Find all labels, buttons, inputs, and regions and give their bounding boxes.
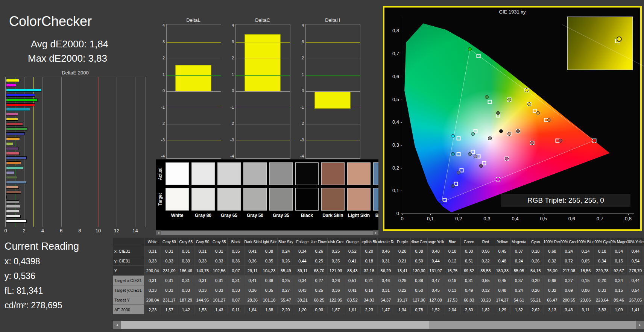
scroll-thumb[interactable] — [121, 321, 429, 329]
cie-measured-circle — [536, 111, 540, 115]
delta-chart-title: DeltaH — [305, 17, 360, 23]
table-cell: 187,29 — [178, 295, 194, 305]
table-cell: 0,47 — [428, 275, 444, 285]
table-cell: 0,68 — [544, 246, 560, 256]
table-cell: 2,23 — [361, 305, 377, 314]
deltae-bar — [6, 123, 23, 126]
table-cell: 174,37 — [494, 295, 511, 305]
patch-swatch-target[interactable] — [295, 188, 319, 211]
x-axis-tick — [628, 214, 629, 215]
table-cell: 0,33 — [178, 285, 194, 295]
patch-swatch-actual[interactable] — [373, 162, 378, 185]
table-cell: 231,09 — [161, 265, 178, 275]
table-row-label: x: CIE31 — [113, 246, 144, 256]
cie-measured-circle — [468, 152, 472, 156]
y-axis-label: 1 — [297, 72, 304, 77]
patch-swatch-target[interactable] — [321, 188, 345, 211]
patch-swatch-target[interactable] — [373, 188, 378, 211]
patch-swatch-target[interactable] — [347, 188, 371, 211]
patch-swatch-target[interactable] — [191, 188, 215, 211]
table-header-cell: 100% Green — [561, 238, 577, 246]
patch-swatch-target[interactable] — [217, 188, 241, 211]
table-cell: 0,35 — [261, 256, 278, 265]
patch-swatch-target[interactable] — [243, 188, 267, 211]
scroll-right-button[interactable]: ► — [373, 230, 378, 235]
table-cell: 54,15 — [527, 265, 544, 275]
table-cell: 0,36 — [245, 256, 261, 265]
deltae-bar — [6, 191, 21, 194]
table-cell: 18,41 — [394, 265, 411, 275]
table-cell: 0,20 — [527, 275, 544, 285]
table-cell: 23,06 — [577, 295, 594, 305]
y-axis-label: -4 — [297, 154, 304, 158]
y-axis-label: 1 — [227, 72, 234, 77]
table-cell: 0,33 — [211, 256, 228, 265]
table-cell: 0,07 — [228, 295, 244, 305]
table-cell: 217,08 — [561, 265, 577, 275]
table-cell: 0,24 — [511, 285, 527, 295]
table-cell: 0,14 — [577, 246, 594, 256]
patch-swatch-actual[interactable] — [191, 162, 215, 185]
grid-line — [306, 91, 360, 92]
table-cell: 3,13 — [544, 305, 560, 314]
table-cell: 223,64 — [594, 295, 611, 305]
grid-line — [167, 42, 221, 43]
cie-measured-circle — [474, 155, 477, 158]
patch-swatch-actual[interactable] — [347, 162, 371, 185]
table-cell: 278,70 — [627, 265, 644, 275]
table-cell: 0,55 — [477, 275, 494, 285]
table-cell: 55,05 — [511, 265, 527, 275]
y-axis-tick-label: 0,8 — [388, 28, 399, 33]
table-cell: 0,20 — [361, 246, 377, 256]
scroll-left-button[interactable]: ◄ — [113, 321, 121, 329]
patch-strip-scrollbar[interactable]: ◄ ► — [156, 230, 378, 235]
table-header-cell: 100% Red — [544, 238, 560, 246]
table-cell: 231,17 — [161, 295, 178, 305]
patch-label: Black — [295, 213, 319, 218]
table-header-cell: Yellow — [494, 238, 511, 246]
patch-swatch-actual[interactable] — [295, 162, 319, 185]
patch-swatch-target[interactable] — [166, 188, 189, 211]
y-axis-tick — [401, 214, 402, 214]
table-scrollbar[interactable]: ◄ ► — [113, 321, 644, 329]
x-axis-tick-label: 0,3 — [483, 216, 490, 221]
table-cell: 1,38 — [261, 305, 278, 314]
deltae-bar — [6, 215, 21, 218]
scroll-thumb[interactable] — [161, 231, 373, 235]
patch-swatch-target[interactable] — [269, 188, 293, 211]
patch-swatch-actual[interactable] — [243, 162, 267, 185]
table-cell: 0,33 — [161, 285, 178, 295]
table-cell: 68,70 — [311, 265, 328, 275]
deltae-bar — [6, 220, 27, 223]
inset-measured-circle — [617, 36, 622, 42]
table-cell: 104,23 — [261, 265, 278, 275]
patch-swatch-actual[interactable] — [269, 162, 293, 185]
patch-swatch-actual[interactable] — [166, 162, 189, 185]
deltae-bar — [6, 210, 19, 213]
table-cell: 180,38 — [494, 265, 511, 275]
y-axis-label: 4 — [158, 23, 165, 27]
table-cell: 0,32 — [477, 256, 494, 265]
table-cell: 122,95 — [328, 295, 344, 305]
table-header-cell: Red — [477, 238, 494, 246]
axis-tick-label: 14 — [132, 228, 138, 233]
ref-line — [98, 77, 99, 227]
patch-swatch-actual[interactable] — [217, 162, 241, 185]
grid-line — [167, 91, 221, 92]
table-cell: 0,33 — [194, 285, 211, 295]
cie-measured-circle — [471, 132, 475, 136]
table-cell: 0,31 — [211, 246, 228, 256]
patch-swatch-actual[interactable] — [321, 162, 345, 185]
table-cell: 143,75 — [194, 265, 211, 275]
table-cell: 0,41 — [245, 246, 261, 256]
deltae-bar — [6, 84, 16, 87]
deltae2000-chart: DeltaE 2000 02468101214 — [5, 70, 146, 241]
table-cell: 1,09 — [611, 305, 627, 314]
table-cell: 0,45 — [428, 285, 444, 295]
scroll-left-button[interactable]: ◄ — [156, 230, 161, 235]
table-cell: 0,43 — [294, 285, 311, 295]
page-title: ColorChecker — [9, 14, 92, 29]
scroll-right-button[interactable]: ► — [636, 321, 644, 329]
table-cell: 0,37 — [511, 275, 527, 285]
table-cell: 0,31 — [228, 275, 244, 285]
